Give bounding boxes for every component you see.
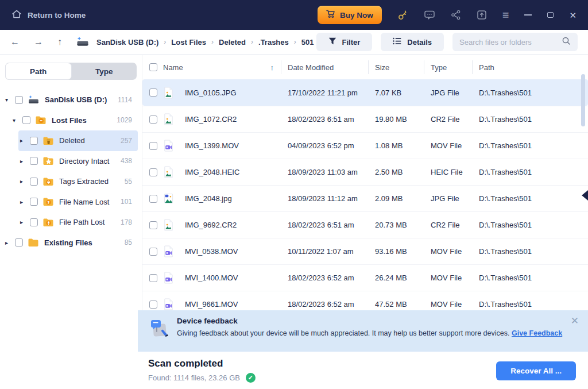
table-header: Name ↑ Date Modified Size Type Path (142, 55, 588, 79)
details-button[interactable]: Details (381, 33, 444, 51)
upload-icon[interactable] (477, 10, 487, 20)
chevron-expanded-icon[interactable]: ▾ (13, 117, 21, 124)
folder-tree: ▾ SanDisk USB (D:) 1114 ▾ (0, 90, 142, 253)
tab-type[interactable]: Type (72, 63, 137, 80)
search-input[interactable] (459, 38, 562, 47)
chevron-collapsed-icon[interactable]: ▸ (20, 199, 29, 205)
tree-item-lost-files[interactable]: ▾ Lost Files 1029 (11, 110, 138, 131)
file-size: 1.08 MB (375, 141, 431, 150)
file-size: 47.52 MB (375, 300, 431, 309)
tree-checkbox[interactable] (15, 238, 23, 247)
breadcrumb-item-drive[interactable]: SanDisk USB (D:) (96, 38, 158, 47)
row-checkbox[interactable] (149, 221, 157, 229)
tree-item-deleted[interactable]: ▸ Deleted 257 (18, 130, 138, 151)
file-date: 17/10/2022 11:21 pm (288, 88, 375, 97)
tree-item-existing-files[interactable]: ▸ Existing Files 85 (3, 233, 138, 253)
select-all-checkbox[interactable] (149, 63, 157, 71)
tree-checkbox[interactable] (30, 218, 38, 226)
file-type: MOV File (431, 300, 479, 309)
tab-path[interactable]: Path (5, 63, 72, 80)
back-button[interactable]: ← (10, 37, 20, 47)
tree-checkbox[interactable] (15, 96, 23, 104)
breadcrumb-separator: › (251, 38, 253, 46)
row-checkbox[interactable] (149, 195, 157, 203)
row-checkbox[interactable] (149, 88, 157, 97)
breadcrumb-item-trashes[interactable]: .Trashes (258, 38, 289, 47)
search-icon[interactable] (562, 36, 571, 48)
preview-panel-expand-handle[interactable] (582, 190, 588, 201)
breadcrumb-item-501[interactable]: 501 (301, 38, 314, 47)
row-checkbox[interactable] (149, 168, 157, 176)
chevron-expanded-icon[interactable]: ▾ (5, 97, 14, 103)
buy-now-button[interactable]: Buy Now (318, 6, 382, 24)
search-field[interactable] (452, 33, 578, 51)
close-icon[interactable]: ✕ (569, 11, 577, 20)
tree-checkbox[interactable] (30, 198, 38, 206)
file-path: D:\.Trashes\501 (479, 221, 588, 229)
breadcrumb-separator: › (294, 38, 296, 46)
table-row[interactable]: MVI_9661.MOV 18/02/2023 6:52 am 47.52 MB… (142, 291, 588, 310)
up-button[interactable]: ↑ (57, 37, 62, 47)
device-feedback-banner: Device feedback Giving feedback about yo… (138, 310, 588, 352)
tree-item-tags-extracted[interactable]: ▸ Tags Extracted 55 (18, 171, 138, 192)
chevron-collapsed-icon[interactable]: ▸ (20, 158, 29, 164)
give-feedback-link[interactable]: Give Feedback (512, 329, 562, 337)
table-row[interactable]: MVI_0538.MOV 10/11/2022 1:07 am 93.16 MB… (142, 238, 588, 264)
breadcrumb-item-deleted[interactable]: Deleted (219, 38, 246, 47)
share-icon[interactable] (451, 10, 461, 20)
item-count: 1114 (118, 96, 136, 104)
return-home-button[interactable]: Return to Home (11, 9, 86, 21)
item-count: 1029 (117, 116, 136, 124)
tree-checkbox[interactable] (22, 116, 30, 124)
file-date: 04/09/2023 6:52 pm (288, 141, 375, 150)
table-row[interactable]: IMG_2048.jpg 18/09/2023 11:12 am 2.09 MB… (142, 185, 588, 211)
maximize-icon[interactable] (547, 12, 554, 18)
file-type: MOV File (431, 274, 479, 282)
minimize-icon[interactable] (524, 14, 532, 16)
tree-checkbox[interactable] (30, 178, 38, 186)
table-row[interactable]: IMG_9692.CR2 18/02/2023 6:51 am 20.73 MB… (142, 211, 588, 238)
feedback-chat-icon[interactable] (424, 10, 435, 20)
tree-item-directory-intact[interactable]: ▸ Directory Intact 438 (18, 151, 138, 172)
recover-all-button[interactable]: Recover All ... (496, 361, 576, 380)
row-checkbox[interactable] (149, 301, 157, 309)
row-checkbox[interactable] (149, 248, 157, 256)
forward-button[interactable]: → (34, 37, 43, 47)
table-row[interactable]: MVI_1400.MOV 18/02/2023 6:52 am 26.24 MB… (142, 264, 588, 291)
chevron-collapsed-icon[interactable]: ▸ (20, 137, 29, 144)
file-date: 18/02/2023 6:52 am (288, 274, 375, 282)
file-date: 18/09/2023 11:03 am (288, 168, 375, 176)
column-header-date[interactable]: Date Modified (288, 63, 375, 72)
tree-checkbox[interactable] (30, 137, 38, 145)
banner-close-icon[interactable]: ✕ (571, 315, 579, 327)
column-header-size[interactable]: Size (375, 63, 431, 72)
chevron-collapsed-icon[interactable]: ▸ (5, 240, 14, 246)
tree-item-file-name-lost[interactable]: ▸ ? File Name Lost 101 (18, 192, 138, 213)
folder-minus-icon (35, 115, 47, 125)
breadcrumb-separator: › (164, 38, 166, 46)
tree-checkbox[interactable] (30, 157, 38, 165)
table-row[interactable]: IMG_2048.HEIC 18/09/2023 11:03 am 2.50 M… (142, 159, 588, 185)
row-checkbox[interactable] (149, 274, 157, 282)
file-type: JPG File (431, 194, 479, 203)
vertical-scrollbar[interactable] (581, 74, 585, 126)
breadcrumb-item-lost-files[interactable]: Lost Files (171, 38, 206, 47)
row-checkbox[interactable] (149, 142, 157, 150)
table-row[interactable]: IMG_1399.MOV 04/09/2023 6:52 pm 1.08 MB … (142, 132, 588, 159)
tree-item-sandisk-usb[interactable]: ▾ SanDisk USB (D:) 1114 (3, 90, 138, 110)
file-size: 19.80 MB (375, 115, 431, 124)
column-header-path[interactable]: Path (479, 63, 588, 72)
breadcrumb: SanDisk USB (D:) › Lost Files › Deleted … (96, 38, 314, 47)
table-row[interactable]: IMG_1072.CR2 18/02/2023 6:51 am 19.80 MB… (142, 106, 588, 132)
column-header-name[interactable]: Name (163, 63, 183, 72)
menu-icon[interactable]: ≡ (502, 9, 509, 21)
row-checkbox[interactable] (149, 115, 157, 124)
tree-item-file-path-lost[interactable]: ▸ File Path Lost 178 (18, 212, 138, 233)
chevron-collapsed-icon[interactable]: ▸ (20, 178, 29, 184)
table-row[interactable]: IMG_0105.JPG 17/10/2022 11:21 pm 7.07 KB… (142, 79, 588, 106)
key-icon[interactable] (397, 10, 408, 21)
file-date: 18/02/2023 6:51 am (288, 221, 375, 229)
filter-button[interactable]: Filter (316, 33, 373, 51)
chevron-collapsed-icon[interactable]: ▸ (20, 219, 29, 225)
file-path: D:\.Trashes\501 (479, 247, 588, 256)
